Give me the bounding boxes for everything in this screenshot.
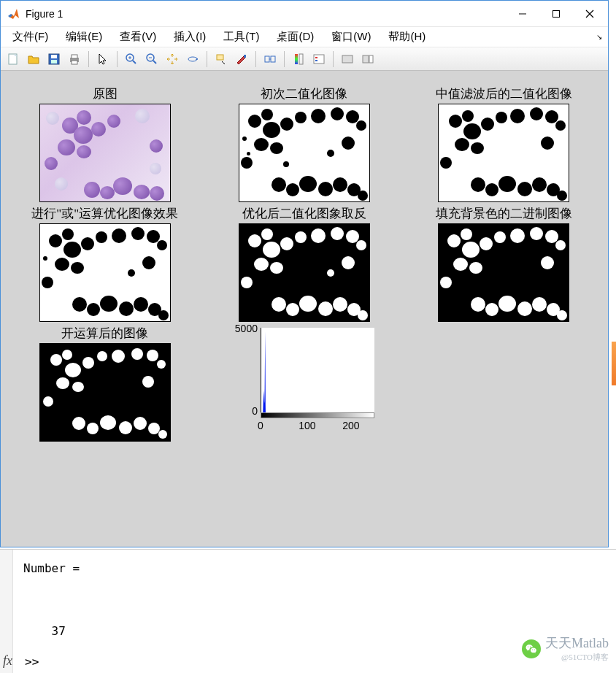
svg-rect-7 [51, 60, 57, 64]
watermark: 天天Matlab @51CTO博客 [522, 634, 609, 663]
menu-file[interactable]: 文件(F) [7, 27, 54, 47]
subplot-or-optimized: 进行"或"运算优化图像效果 [8, 205, 201, 322]
subplot-binary-initial: 初次二值化图像 [207, 85, 401, 202]
subplot-image [239, 104, 370, 202]
subplot-image [438, 104, 569, 202]
svg-rect-25 [299, 54, 303, 64]
svg-rect-24 [295, 54, 298, 64]
toolbar-separator [333, 51, 334, 67]
wechat-icon [522, 639, 541, 658]
pointer-button[interactable] [93, 50, 112, 69]
command-output: Number = 37 [23, 558, 610, 642]
menu-desktop[interactable]: 桌面(D) [271, 27, 320, 47]
x-tick-label: 0 [250, 420, 272, 431]
menu-insert[interactable]: 插入(I) [168, 27, 212, 47]
subplot-image [438, 223, 569, 322]
toolbar-separator [207, 51, 207, 67]
y-tick-label: 5000 [227, 323, 258, 334]
subplot-title: 初次二值化图像 [261, 85, 347, 102]
matlab-icon [7, 7, 21, 21]
show-plottools-button[interactable] [358, 50, 377, 69]
titlebar: Figure 1 [1, 1, 608, 27]
svg-rect-31 [369, 55, 373, 63]
x-tick-label: 200 [340, 420, 362, 431]
svg-rect-6 [51, 55, 57, 58]
subplot-image [39, 223, 171, 322]
toolbar-separator [255, 51, 256, 67]
menu-edit[interactable]: 编辑(E) [60, 27, 108, 47]
svg-rect-19 [217, 55, 223, 60]
subplot-title: 开运算后的图像 [61, 325, 148, 342]
watermark-text: 天天Matlab [545, 636, 609, 650]
colorbar-button[interactable] [289, 50, 308, 69]
subplot-title: 填充背景色的二进制图像 [436, 205, 572, 222]
subplot-image [239, 223, 370, 322]
close-button[interactable] [573, 3, 607, 25]
print-button[interactable] [65, 50, 84, 69]
menu-window[interactable]: 窗口(W) [326, 27, 377, 47]
svg-rect-9 [72, 55, 77, 58]
subplot-opening: 开运算后的图像 [8, 325, 201, 442]
hide-plottools-button[interactable] [338, 50, 357, 69]
subplot-title: 优化后二值化图象取反 [242, 205, 366, 222]
menu-view[interactable]: 查看(V) [114, 27, 162, 47]
subplot-inverted: 优化后二值化图象取反 [207, 205, 401, 322]
rotate3d-button[interactable] [183, 50, 202, 69]
maximize-button[interactable] [539, 3, 573, 25]
subplot-original: 原图 [8, 85, 201, 202]
svg-point-18 [188, 57, 197, 61]
legend-button[interactable] [309, 50, 328, 69]
svg-rect-29 [342, 55, 353, 63]
decorative-edge [612, 342, 616, 385]
svg-rect-10 [72, 61, 77, 64]
fx-icon[interactable]: fx [0, 653, 12, 669]
menu-overflow-icon[interactable]: ↘ [596, 33, 602, 41]
menu-tools[interactable]: 工具(T) [217, 27, 265, 47]
pan-button[interactable] [163, 50, 182, 69]
toolbar-separator [117, 51, 118, 67]
subplot-title: 原图 [93, 85, 118, 102]
svg-rect-20 [244, 55, 246, 58]
subplot-histogram: 5000 0 0 100 200 [207, 325, 401, 442]
svg-rect-26 [314, 55, 324, 64]
save-button[interactable] [45, 50, 63, 69]
watermark-sub: @51CTO博客 [545, 652, 609, 663]
output-var-label: Number = [23, 561, 80, 575]
svg-rect-30 [363, 55, 369, 63]
subplot-filled: 填充背景色的二进制图像 [407, 205, 601, 322]
output-value: 37 [52, 624, 66, 638]
toolbar [1, 47, 608, 71]
subplot-title: 中值滤波后的二值化图像 [436, 85, 572, 102]
zoom-out-button[interactable] [142, 50, 161, 69]
svg-rect-21 [265, 56, 269, 62]
toolbar-separator [88, 51, 89, 67]
svg-rect-1 [553, 10, 560, 17]
zoom-in-button[interactable] [122, 50, 141, 69]
subplot-image [39, 343, 171, 442]
menubar: 文件(F) 编辑(E) 查看(V) 插入(I) 工具(T) 桌面(D) 窗口(W… [1, 27, 608, 47]
subplot-image [39, 104, 171, 202]
x-tick-label: 100 [296, 420, 318, 431]
window-title: Figure 1 [26, 8, 506, 20]
colormap-bar [261, 412, 374, 418]
menu-help[interactable]: 帮助(H) [382, 27, 431, 47]
subplot-title: 进行"或"运算优化图像效果 [31, 205, 178, 222]
y-tick-label: 0 [227, 405, 258, 417]
subplot-empty [407, 325, 601, 442]
svg-rect-22 [271, 56, 275, 62]
link-button[interactable] [261, 50, 280, 69]
histogram-axes: 5000 0 0 100 200 [226, 325, 379, 442]
brush-button[interactable] [232, 50, 251, 69]
figure-window: Figure 1 文件(F) 编辑(E) 查看(V) 插入(I) 工具(T) 桌… [0, 0, 609, 547]
figure-canvas[interactable]: 原图 [1, 71, 608, 547]
subplot-binary-median: 中值滤波后的二值化图像 [407, 85, 601, 202]
window-controls [506, 3, 607, 25]
minimize-button[interactable] [506, 3, 539, 25]
open-button[interactable] [24, 50, 43, 69]
svg-line-16 [153, 61, 156, 64]
toolbar-separator [284, 51, 285, 67]
command-prompt[interactable]: >> [25, 655, 39, 669]
new-figure-button[interactable] [4, 50, 23, 69]
datacursor-button[interactable] [212, 50, 231, 69]
svg-line-12 [133, 61, 136, 64]
